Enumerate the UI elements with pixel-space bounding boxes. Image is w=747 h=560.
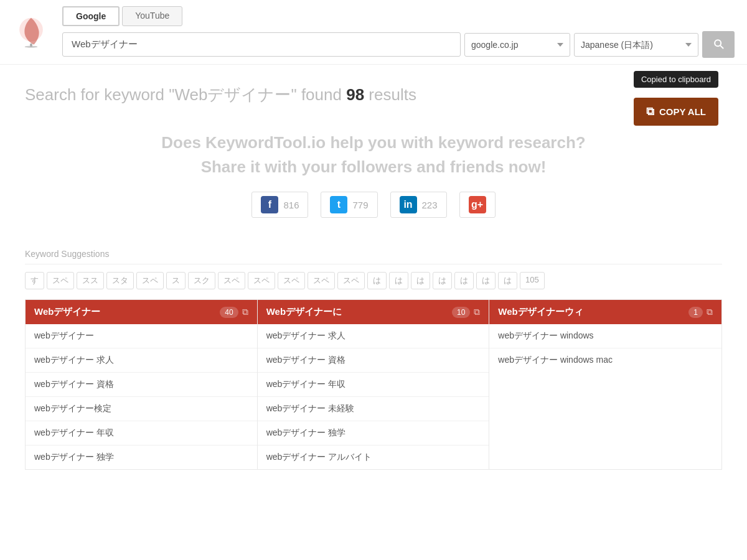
filter-tag[interactable]: スス bbox=[77, 272, 104, 289]
keyword-list-2: webデザイナー windowswebデザイナー windows mac bbox=[489, 324, 721, 372]
copy-all-button[interactable]: ⧉ COPY ALL bbox=[634, 98, 718, 126]
linkedin-count: 223 bbox=[422, 200, 438, 210]
copy-all-label: COPY ALL bbox=[659, 106, 706, 117]
column-header-2: Webデザイナーウィ1⧉ bbox=[489, 300, 721, 324]
tab-youtube[interactable]: YouTube bbox=[122, 6, 182, 26]
filter-tag[interactable]: スペ bbox=[248, 272, 275, 289]
keyword-item[interactable]: webデザイナー 年収 bbox=[258, 373, 489, 397]
googleplus-icon: g+ bbox=[469, 196, 486, 213]
keyword-item[interactable]: webデザイナー 未経験 bbox=[258, 397, 489, 421]
filter-tag[interactable]: ス bbox=[166, 272, 186, 289]
keyword-list-1: webデザイナー 求人webデザイナー 資格webデザイナー 年収webデザイナ… bbox=[258, 324, 489, 469]
filter-tags: すスペスススタスペススクスペスペスペスペスペははははははは105 bbox=[25, 272, 722, 289]
keyword-item[interactable]: webデザイナー 年収 bbox=[26, 421, 257, 446]
googleplus-share-button[interactable]: g+ bbox=[459, 192, 496, 218]
keyword-column-0: Webデザイナー40⧉webデザイナーwebデザイナー 求人webデザイナー 資… bbox=[26, 300, 258, 469]
keyword-item[interactable]: webデザイナー windows bbox=[489, 324, 721, 348]
tab-google[interactable]: Google bbox=[62, 6, 120, 26]
search-row: google.co.jp Japanese (日本語) bbox=[62, 31, 735, 58]
keyword-item[interactable]: webデザイナー 独学 bbox=[258, 421, 489, 446]
facebook-icon: f bbox=[261, 196, 278, 213]
domain-select[interactable]: google.co.jp bbox=[464, 33, 570, 57]
column-header-1: Webデザイナーに10⧉ bbox=[258, 300, 489, 324]
keyword-column-2: Webデザイナーウィ1⧉webデザイナー windowswebデザイナー win… bbox=[489, 300, 721, 469]
filter-tag[interactable]: は bbox=[389, 272, 408, 289]
filter-tag[interactable]: スペ bbox=[337, 272, 365, 289]
keyword-columns: Webデザイナー40⧉webデザイナーwebデザイナー 求人webデザイナー 資… bbox=[25, 299, 722, 470]
search-icon bbox=[712, 37, 725, 50]
column-actions-2: 1⧉ bbox=[688, 307, 713, 318]
result-prefix: Search for keyword "Webデザイナー" found bbox=[25, 85, 346, 104]
column-title-2: Webデザイナーウィ bbox=[498, 306, 583, 318]
facebook-count: 816 bbox=[283, 200, 299, 210]
twitter-count: 779 bbox=[352, 200, 368, 210]
suggestions-label: Keyword Suggestions bbox=[25, 249, 722, 264]
suggestions-section: Keyword Suggestions すスペスススタスペススクスペスペスペスペ… bbox=[25, 249, 722, 470]
linkedin-icon: in bbox=[400, 196, 417, 213]
filter-tag[interactable]: は bbox=[454, 272, 474, 289]
social-heading-line2: Share it with your followers and friends… bbox=[25, 155, 722, 179]
filter-tag[interactable]: スペ bbox=[308, 272, 335, 289]
filter-tag[interactable]: スペ bbox=[136, 272, 164, 289]
filter-tag[interactable]: スク bbox=[188, 272, 215, 289]
keyword-item[interactable]: webデザイナー bbox=[26, 324, 257, 348]
keyword-item[interactable]: webデザイナー windows mac bbox=[489, 348, 721, 372]
filter-tag[interactable]: す bbox=[25, 272, 44, 289]
filter-tag[interactable]: スペ bbox=[47, 272, 74, 289]
keyword-column-1: Webデザイナーに10⧉webデザイナー 求人webデザイナー 資格webデザイ… bbox=[258, 300, 490, 469]
column-actions-1: 10⧉ bbox=[452, 307, 480, 318]
social-section: Does KeywordTool.io help you with keywor… bbox=[25, 131, 722, 218]
social-heading-line1: Does KeywordTool.io help you with keywor… bbox=[25, 131, 722, 155]
keyword-item[interactable]: webデザイナー 資格 bbox=[26, 373, 257, 397]
result-heading: Search for keyword "Webデザイナー" found 98 r… bbox=[25, 83, 722, 106]
facebook-share-button[interactable]: f 816 bbox=[251, 192, 308, 218]
filter-tag[interactable]: 105 bbox=[520, 272, 545, 289]
twitter-share-button[interactable]: t 779 bbox=[321, 192, 377, 218]
linkedin-share-button[interactable]: in 223 bbox=[390, 192, 447, 218]
column-badge-0: 40 bbox=[220, 307, 238, 318]
result-suffix: results bbox=[364, 85, 416, 104]
filter-tag[interactable]: スペ bbox=[218, 272, 245, 289]
keyword-item[interactable]: webデザイナー アルバイト bbox=[258, 446, 489, 469]
search-button[interactable] bbox=[702, 31, 735, 58]
keyword-item[interactable]: webデザイナー 独学 bbox=[26, 446, 257, 469]
keyword-item[interactable]: webデザイナー 資格 bbox=[258, 348, 489, 373]
column-badge-2: 1 bbox=[688, 307, 703, 318]
tab-bar: Google YouTube bbox=[62, 6, 735, 26]
social-heading: Does KeywordTool.io help you with keywor… bbox=[25, 131, 722, 179]
social-buttons: f 816 t 779 in 223 g+ bbox=[25, 192, 722, 218]
filter-tag[interactable]: は bbox=[498, 272, 517, 289]
filter-tag[interactable]: スタ bbox=[106, 272, 134, 289]
svg-rect-2 bbox=[30, 44, 32, 47]
search-input[interactable] bbox=[62, 32, 461, 57]
column-badge-1: 10 bbox=[452, 307, 470, 318]
main-content: Search for keyword "Webデザイナー" found 98 r… bbox=[0, 65, 747, 488]
filter-tag[interactable]: は bbox=[433, 272, 452, 289]
filter-tag[interactable]: スペ bbox=[278, 272, 305, 289]
header: Google YouTube google.co.jp Japanese (日本… bbox=[0, 0, 747, 65]
copy-icon: ⧉ bbox=[646, 105, 654, 118]
column-title-0: Webデザイナー bbox=[34, 306, 100, 318]
language-select[interactable]: Japanese (日本語) bbox=[574, 33, 698, 57]
column-title-1: Webデザイナーに bbox=[266, 306, 342, 318]
search-area: Google YouTube google.co.jp Japanese (日本… bbox=[62, 6, 735, 58]
column-copy-btn-0[interactable]: ⧉ bbox=[242, 307, 248, 317]
keyword-item[interactable]: webデザイナー 求人 bbox=[26, 348, 257, 373]
column-copy-btn-2[interactable]: ⧉ bbox=[707, 307, 713, 317]
result-count: 98 bbox=[346, 85, 364, 104]
clipboard-toast: Copied to clipboard bbox=[634, 71, 718, 88]
column-header-0: Webデザイナー40⧉ bbox=[26, 300, 257, 324]
keyword-list-0: webデザイナーwebデザイナー 求人webデザイナー 資格webデザイナー検定… bbox=[26, 324, 257, 469]
keyword-item[interactable]: webデザイナー 求人 bbox=[258, 324, 489, 348]
filter-tag[interactable]: は bbox=[367, 272, 387, 289]
filter-tag[interactable]: は bbox=[411, 272, 430, 289]
twitter-icon: t bbox=[330, 196, 347, 213]
column-copy-btn-1[interactable]: ⧉ bbox=[474, 307, 480, 317]
filter-tag[interactable]: は bbox=[476, 272, 496, 289]
keyword-item[interactable]: webデザイナー検定 bbox=[26, 397, 257, 421]
logo bbox=[12, 14, 50, 51]
column-actions-0: 40⧉ bbox=[220, 307, 248, 318]
